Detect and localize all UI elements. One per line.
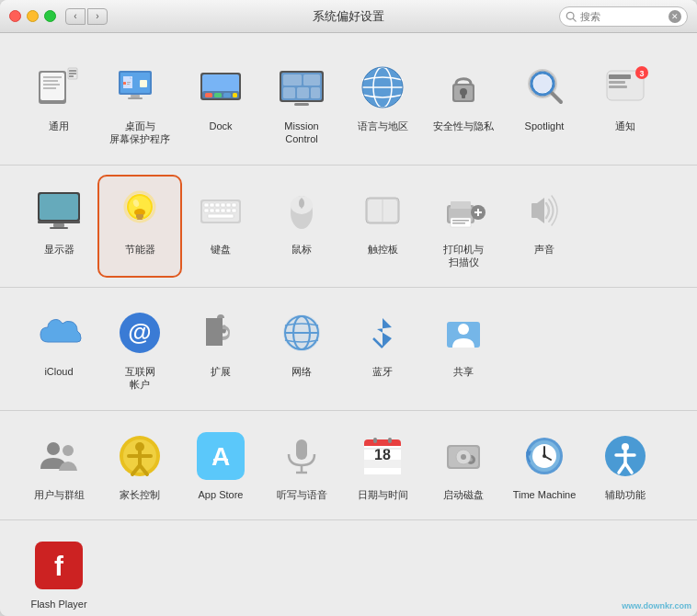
language-icon [359,63,406,111]
svg-rect-17 [123,82,126,85]
svg-rect-18 [127,82,131,83]
item-internet[interactable]: @ 互联网 帐户 [99,299,180,399]
icon-wrapper-internet: @ [113,306,166,359]
maximize-button[interactable] [44,10,56,22]
item-dictation[interactable]: 听写与语音 [261,422,342,508]
item-printer[interactable]: 打印机与 扫描仪 [423,177,504,277]
accessibility-icon [601,432,649,480]
item-flashplayer[interactable]: f Flash Player [18,531,99,616]
icon-wrapper-language [356,61,409,114]
item-trackpad[interactable]: 触控板 [342,177,423,277]
svg-rect-75 [226,203,231,207]
icon-wrapper-datetime: 18 [356,429,409,483]
item-security[interactable]: 安全性与隐私 [423,53,504,154]
item-datetime[interactable]: 18 日期与时间 [342,422,423,508]
svg-rect-54 [609,86,627,88]
icon-wrapper-desktop [113,61,166,114]
section-personal: 通用 [0,42,697,165]
close-button[interactable] [9,10,21,22]
svg-line-1 [573,18,576,21]
label-keyboard: 键盘 [211,243,231,256]
svg-rect-82 [232,209,236,212]
svg-rect-93 [451,201,471,209]
section-internet: iCloud @ 互联网 帐户 [0,287,697,410]
appstore-icon: A [197,432,245,480]
search-box[interactable]: ✕ [559,6,688,27]
svg-rect-95 [452,220,469,222]
item-extensions[interactable]: 扩展 [180,299,261,399]
search-clear-button[interactable]: ✕ [668,10,681,23]
item-parental[interactable]: 家长控制 [99,422,180,508]
sound-icon [520,187,568,234]
svg-rect-45 [462,94,465,98]
icon-wrapper-display [32,184,86,237]
forward-button[interactable]: › [87,8,108,25]
icon-wrapper-energy [113,184,166,237]
printer-icon [440,187,487,234]
icloud-icon [35,309,83,357]
icon-wrapper-notification: 3 [599,61,652,114]
titlebar: ‹ › 系统偏好设置 ✕ [0,0,697,33]
svg-point-111 [63,445,74,456]
label-parental: 家长控制 [120,488,160,501]
item-desktop[interactable]: 桌面与 屏幕保护程序 [99,53,180,154]
svg-text:@: @ [128,318,151,346]
item-energy[interactable]: 节能器 [99,177,180,277]
svg-rect-101 [531,203,538,218]
svg-text:18: 18 [374,447,391,462]
svg-rect-80 [221,209,225,212]
display-icon [35,187,83,234]
label-internet: 互联网 帐户 [125,365,155,392]
icon-wrapper-accessibility [599,429,652,483]
icon-wrapper-bluetooth [356,306,409,359]
svg-rect-96 [452,222,465,224]
spotlight-icon [520,63,568,111]
item-mouse[interactable]: 鼠标 [261,177,342,277]
item-general[interactable]: 通用 [18,53,99,154]
icon-wrapper-trackpad [356,184,409,237]
item-language[interactable]: 语言与地区 [342,53,423,154]
icon-wrapper-dictation [275,429,328,483]
item-sharing[interactable]: 共享 [423,299,504,399]
item-display[interactable]: 显示器 [18,177,99,277]
svg-rect-66 [136,214,143,218]
item-users[interactable]: 用户与群组 [18,422,99,508]
svg-point-137 [461,454,466,460]
timemachine-icon [520,432,568,480]
label-users: 用户与群组 [34,488,85,501]
item-notification[interactable]: 3 通知 [585,53,666,154]
svg-rect-73 [215,203,220,207]
item-spotlight[interactable]: Spotlight [504,53,585,154]
item-startup[interactable]: 启动磁盘 [423,422,504,508]
dock-icon [197,63,245,111]
item-mission[interactable]: Mission Control [261,53,342,154]
label-flashplayer: Flash Player [30,598,86,610]
svg-rect-37 [294,103,309,106]
content-area: 通用 [0,33,697,616]
label-printer: 打印机与 扫描仪 [443,243,484,269]
item-dock[interactable]: Dock [180,53,261,154]
label-mouse: 鼠标 [291,243,312,256]
item-keyboard[interactable]: 键盘 [180,177,261,277]
label-energy: 节能器 [125,243,155,256]
section-system: 用户与群组 家长控制 [0,410,697,519]
icon-wrapper-network [275,306,328,359]
item-timemachine[interactable]: Time Machine [504,422,585,508]
item-appstore[interactable]: A App Store [180,422,261,508]
label-appstore: App Store [199,488,244,501]
icon-wrapper-keyboard [194,184,247,237]
minimize-button[interactable] [27,10,39,22]
item-accessibility[interactable]: 辅助功能 [585,422,666,508]
item-network[interactable]: 网络 [261,299,342,399]
item-sound[interactable]: 声音 [504,177,585,277]
svg-point-143 [543,454,546,458]
internet-icon: @ [116,309,164,357]
item-icloud[interactable]: iCloud [18,299,99,399]
desktop-icon [116,63,164,111]
back-button[interactable]: ‹ [65,8,86,25]
svg-rect-129 [373,438,377,443]
label-notification: 通知 [615,120,635,132]
item-bluetooth[interactable]: 蓝牙 [342,299,423,399]
search-input[interactable] [580,11,668,22]
parental-icon [116,432,164,480]
